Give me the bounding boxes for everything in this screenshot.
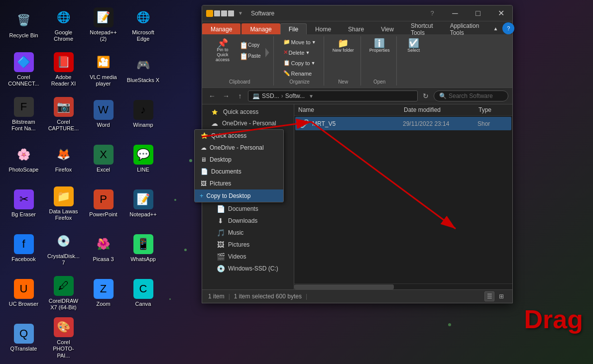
select-button[interactable]: ☑️ Select: [405, 37, 423, 54]
title-bar-left: ▼: [202, 10, 247, 17]
path-dropdown-icon[interactable]: ▼: [309, 93, 314, 99]
dropdown-item-documents[interactable]: 📄 Documents: [195, 166, 283, 178]
tab-manage1[interactable]: Manage: [202, 23, 240, 34]
desktop-icon-facebook[interactable]: fFacebook: [5, 229, 42, 269]
sidebar-item-pictures2[interactable]: 🖼 Pictures: [202, 239, 294, 251]
dropdown-item-pictures[interactable]: 🖼 Pictures: [195, 178, 283, 189]
pic2-icon-sm: 🖼: [216, 241, 225, 249]
up-button[interactable]: ↑: [234, 90, 246, 102]
dropdown-documents-label: Documents: [211, 168, 241, 175]
ribbon-group-organize: 📁 Move to ▼ ✕ Delete ▼ 📋 Copy to ▼: [276, 36, 324, 86]
icon-label-uc: UC Browser: [9, 301, 38, 307]
dropdown-item-desktop[interactable]: 🖥 Desktop: [195, 154, 283, 166]
desktop-icon-photoscape[interactable]: 🌸PhotoScape: [5, 139, 42, 179]
tab-share[interactable]: Share: [340, 23, 372, 34]
paste-button[interactable]: 📋 Paste: [236, 51, 264, 61]
sidebar-item-music[interactable]: 🎵 Music: [202, 227, 294, 239]
desktop-icon-uc[interactable]: UUC Browser: [5, 273, 42, 313]
desktop-icon-word[interactable]: WWord: [85, 94, 122, 134]
desktop-icon-crystal[interactable]: 💿CrystalDisk... 7: [45, 229, 82, 269]
desktop-icon-whatsapp[interactable]: 📱WhatsApp: [124, 229, 162, 269]
desktop-icon-canva[interactable]: CCanva: [124, 273, 162, 313]
icon-label-bluestacks: BlueStacks X: [127, 77, 159, 84]
maximize-button[interactable]: □: [467, 5, 489, 21]
tab-view[interactable]: View: [372, 23, 402, 34]
minimize-button[interactable]: ─: [444, 5, 467, 21]
tab-home[interactable]: Home: [307, 23, 340, 34]
col-type-header: Type: [478, 106, 508, 113]
address-path[interactable]: 💻 SSD... › Softw... ▼: [248, 91, 418, 101]
desktop-icon-corel[interactable]: 🔷Corel CONNECT...: [5, 50, 42, 90]
desktop-icon-firefox[interactable]: 🦊Firefox: [45, 139, 82, 179]
desktop-icon-bluestacks[interactable]: 🎮BlueStacks X: [124, 50, 162, 90]
view-large-button[interactable]: ⊞: [496, 291, 506, 301]
desktop-icon-adobe[interactable]: 📕Adobe Reader XI: [45, 50, 82, 90]
properties-button[interactable]: ℹ️ Properties: [367, 37, 392, 54]
help-button[interactable]: ?: [421, 5, 444, 21]
dropdown-item-onedrive[interactable]: ☁ OneDrive - Personal: [195, 142, 283, 154]
sidebar-item-documents2[interactable]: 📄 Documents: [202, 203, 294, 215]
ribbon-tabs: Manage Manage File Home Share View Short…: [202, 21, 512, 34]
desktop-icon-vlc[interactable]: 🎦VLC media player: [85, 50, 122, 90]
selected-info: 1 item selected 600 bytes: [234, 293, 302, 300]
desktop-icon-chrome[interactable]: 🌐Google Chrome: [45, 5, 82, 45]
horizontal-scrollbar[interactable]: [294, 283, 512, 289]
desktop-icon-excel[interactable]: XExcel: [85, 139, 122, 179]
back-button[interactable]: ←: [206, 90, 218, 102]
tab-file[interactable]: File: [280, 23, 307, 34]
close-button[interactable]: ✕: [489, 5, 512, 21]
pin-to-quick-access-button[interactable]: 📌 Pin to Quick access: [210, 37, 235, 64]
sidebar-item-downloads[interactable]: ⬇ Downloads: [202, 215, 294, 227]
view-details-button[interactable]: ☰: [484, 291, 494, 301]
desktop-icon-picasa[interactable]: 🌺Picasa 3: [85, 229, 122, 269]
dropdown-item-quick-access[interactable]: ⭐ Quick access: [195, 130, 283, 142]
dropdown-item-copy-to-desktop[interactable]: + Copy to Desktop: [195, 189, 283, 202]
sidebar-item-onedrive[interactable]: ☁ OneDrive - Personal: [202, 117, 294, 129]
search-icon: 🔍: [439, 92, 447, 99]
desktop-icon-coreldraw[interactable]: 🖊CorelDRAW X7 (64-Bit): [45, 273, 82, 313]
forward-button[interactable]: →: [220, 90, 232, 102]
desktop-icon-corelcap[interactable]: 📷Corel CAPTURE...: [45, 94, 82, 134]
tab-app-tools[interactable]: Application Tools: [442, 23, 488, 34]
desktop-icon-bgeraser[interactable]: ✂Bg Eraser: [5, 184, 42, 224]
desktop-icon-datalawas[interactable]: 📁Data Lawas Firefox: [45, 184, 82, 224]
delete-button[interactable]: ✕ Delete ▼: [280, 48, 320, 57]
address-bar: ← → ↑ 💻 SSD... › Softw... ▼ ↻ 🔍 Search S…: [202, 88, 512, 104]
icon-img-recyclebin: 🗑️: [14, 10, 34, 30]
path-softw: Softw...: [285, 92, 305, 99]
copy-button[interactable]: 📋 Copy: [236, 40, 264, 50]
desktop-icon-winamp[interactable]: ♪Winamp: [124, 94, 162, 134]
move-to-icon: 📁: [283, 39, 290, 45]
file-row-mrt[interactable]: 🔗 MRT_V5 29/11/2022 23:14 Shor: [295, 117, 511, 130]
downloads-icon-sm: ⬇: [216, 217, 225, 225]
desktop-icon-line[interactable]: 💬LINE: [124, 139, 162, 179]
rename-button[interactable]: ✏️ Rename: [280, 69, 320, 78]
sidebar-quick-access-label: Quick access: [223, 108, 258, 115]
copy-to-dropdown: ⭐ Quick access ☁ OneDrive - Personal 🖥 D…: [194, 129, 284, 202]
refresh-button[interactable]: ↻: [420, 90, 432, 102]
star-icon: ⭐: [210, 109, 219, 115]
ribbon-collapse-button[interactable]: ▲: [489, 22, 501, 34]
desktop-icon-corelphoto[interactable]: 🎨Corel PHOTO-PAI...: [45, 318, 82, 358]
desktop-icon-qtranslate[interactable]: QQTranslate: [5, 318, 42, 358]
move-to-button[interactable]: 📁 Move to ▼: [280, 37, 320, 47]
sidebar-item-videos[interactable]: 🎬 Videos: [202, 251, 294, 263]
new-folder-button[interactable]: 📁 New folder: [330, 37, 356, 54]
sidebar-item-quick-access[interactable]: ⭐ Quick access: [202, 106, 294, 117]
ribbon-help-button[interactable]: ?: [502, 22, 514, 34]
tab-manage2[interactable]: Manage: [241, 23, 280, 34]
sidebar-item-windows-ssd[interactable]: 💿 Windows-SSD (C:): [202, 263, 294, 274]
tab-shortcut-tools[interactable]: Shortcut Tools: [402, 23, 442, 34]
search-box[interactable]: 🔍 Search Software: [434, 91, 508, 101]
desktop-icon-zoom[interactable]: ZZoom: [85, 273, 122, 313]
desktop-icon-ppt[interactable]: PPowerPoint: [85, 184, 122, 224]
desktop-icon-edge[interactable]: 🌐Microsoft Edge: [124, 5, 162, 45]
desktop-icon-recyclebin[interactable]: 🗑️Recycle Bin: [5, 5, 42, 45]
properties-label: Properties: [369, 48, 390, 53]
icon-img-edge: 🌐: [133, 7, 153, 27]
desktop-icon-notepadpp[interactable]: 📝Notepad++: [124, 184, 162, 224]
ribbon-group-select: ☑️ Select: [399, 36, 429, 86]
desktop-icon-bitstream[interactable]: FBitstream Font Na...: [5, 94, 42, 134]
copy-to-button[interactable]: 📋 Copy to ▼: [280, 58, 320, 68]
desktop-icon-notepad[interactable]: 📝Notepad++ (2): [85, 5, 122, 45]
